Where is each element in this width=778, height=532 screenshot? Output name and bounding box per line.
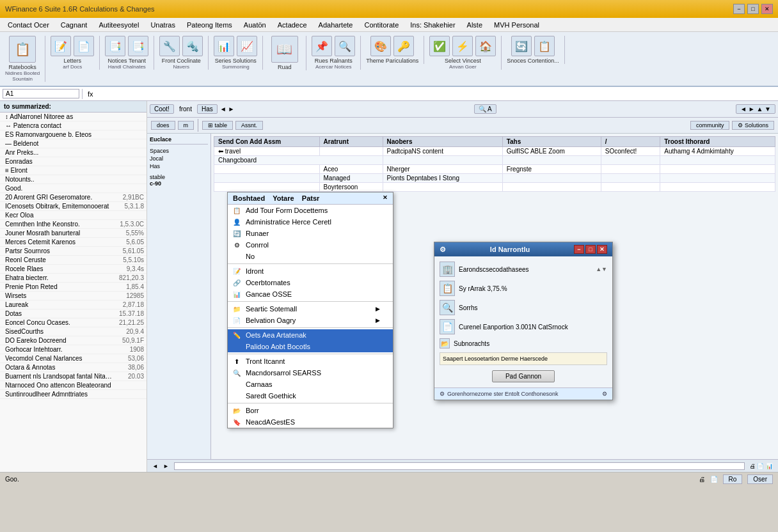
list-item[interactable]: Wirsets 12985 xyxy=(0,292,147,301)
list-item[interactable]: Ntarnoced Ono attencon Bleateorand xyxy=(0,381,147,390)
list-item[interactable]: Dotas 15.37.18 xyxy=(0,309,147,318)
doc-icon[interactable]: 📄 xyxy=(74,36,94,56)
sub-tab-does[interactable]: does xyxy=(151,121,175,130)
sub-panel-has[interactable]: Has xyxy=(150,162,208,170)
list-item[interactable]: Reonl Ceruste 5,5.10s xyxy=(0,256,147,265)
menu-alste[interactable]: Alste xyxy=(462,20,488,30)
list-item[interactable]: Good. xyxy=(0,184,147,193)
ribbon-sountain[interactable]: Sountain xyxy=(12,76,33,82)
dialog-close-btn[interactable]: ✕ xyxy=(597,245,607,254)
formula-input[interactable]: SIC a xyxy=(99,90,775,98)
dialog-maximize[interactable]: □ xyxy=(585,245,596,254)
list-item[interactable]: Merces Cetemit Karenos 5,6.05 xyxy=(0,238,147,247)
sec-btn-coot[interactable]: Coot! xyxy=(150,104,174,114)
list-item[interactable]: Octara & Annotas 38,06 xyxy=(0,363,147,372)
ribbon-summoning[interactable]: Summoning xyxy=(222,64,250,70)
table-row[interactable]: Changcboard xyxy=(214,156,775,165)
menu-contitorate[interactable]: Contitorate xyxy=(359,20,404,30)
list-item[interactable]: Jouner Mosrath banurteral 5,55% xyxy=(0,229,147,238)
list-item[interactable]: ↕ AdNarronel Nitoree as xyxy=(0,113,147,121)
ruad-icon[interactable]: 📖 xyxy=(271,36,298,63)
status-btn-oser[interactable]: Oser xyxy=(747,474,773,484)
ribbon-arf-docs[interactable]: arf Docs xyxy=(63,64,82,70)
list-item[interactable]: Kecr Oloa xyxy=(0,211,147,220)
list-item[interactable]: Cemnthen Inthe Keonstro. 1,5.3.0C xyxy=(0,220,147,229)
cm-item-seartic[interactable]: 📁 Seartic Sotemall ▶ xyxy=(228,303,393,315)
menu-adahartete[interactable]: Adahartete xyxy=(314,20,358,30)
table-row[interactable]: Aceo Nherger Fregnste xyxy=(214,165,775,174)
table-row[interactable]: ⬅ travel PadtcipaNS content GulfISC ABLE… xyxy=(214,147,775,156)
list-item[interactable]: — Beldenot xyxy=(0,139,147,148)
cm-item-runaer[interactable]: 🔄 Runaer xyxy=(228,228,393,239)
menu-mvh-personal[interactable]: MVH Personal xyxy=(489,20,544,30)
list-item[interactable]: Ehatra biecterr. 821,20.3 xyxy=(0,274,147,283)
dialog-footer-settings-icon[interactable]: ⚙ xyxy=(602,391,607,397)
menu-autiteesyotel[interactable]: Autiteesyotel xyxy=(93,20,144,30)
list-item[interactable]: Laureak 2,87.18 xyxy=(0,301,147,309)
cm-item-conrrol[interactable]: ⚙ Conrrol xyxy=(228,239,393,251)
cm-item-tront[interactable]: ⬆ Tront Itcannt xyxy=(228,356,393,367)
status-btn-ro[interactable]: Ro xyxy=(723,474,743,484)
cm-item-carnaas[interactable]: Carnaas xyxy=(228,379,393,390)
front-icon[interactable]: 🔧 xyxy=(159,36,180,56)
cm-item-belvation[interactable]: 📄 Belvation Oagry ▶ xyxy=(228,315,393,326)
list-item[interactable]: Vecomdol Cenal Narlances 53,06 xyxy=(0,354,147,363)
sub-btn-table[interactable]: ⊞ table xyxy=(202,121,233,130)
table-row[interactable]: Boyrtersoon xyxy=(214,183,775,192)
sub-panel-spaces[interactable]: Spaces xyxy=(150,147,208,155)
sub-tab-m[interactable]: m xyxy=(178,121,194,130)
list-item[interactable]: Suntinroudlheer Admnttriates xyxy=(0,390,147,399)
nav-arrow-right[interactable]: ► xyxy=(163,463,169,469)
list-item[interactable]: Anr Preks... xyxy=(0,148,147,157)
menu-cagnant[interactable]: Cagnant xyxy=(56,20,93,30)
list-item[interactable]: SisedCourths 20,9.4 xyxy=(0,327,147,336)
dialog-minimize[interactable]: − xyxy=(574,245,584,254)
list-item[interactable]: ↔ Patencra contact xyxy=(0,121,147,130)
cm-item-neacd[interactable]: 🔖 NeacdAGestES xyxy=(228,416,393,428)
series2-icon[interactable]: 📈 xyxy=(237,36,257,56)
vincest-icon[interactable]: ⚡ xyxy=(452,36,473,56)
cm-item-ocerbtornates[interactable]: 🔗 Ocerbtornates xyxy=(228,277,393,288)
cm-close-indicator[interactable]: ✕ xyxy=(383,194,388,201)
maximize-button[interactable]: □ xyxy=(747,4,759,14)
list-item[interactable]: Notounts.. xyxy=(0,175,147,184)
scroll-track[interactable] xyxy=(174,462,745,470)
notices-icon[interactable]: 📑 xyxy=(105,36,125,56)
cm-item-borr[interactable]: 📂 Borr xyxy=(228,405,393,416)
letters-icon[interactable]: 📝 xyxy=(51,36,71,56)
anvan-icon[interactable]: 🏠 xyxy=(475,36,496,56)
menu-pateong[interactable]: Pateong Items xyxy=(182,20,237,30)
list-item[interactable]: Eoncel Concu Ocases. 21,21.25 xyxy=(0,318,147,327)
sub-btn-community[interactable]: community xyxy=(690,121,730,130)
cm-item-palidoo[interactable]: Palidoo Aobt Bocotls xyxy=(228,341,393,352)
series-icon[interactable]: 📊 xyxy=(214,36,234,56)
list-item[interactable]: ES Ramonvargouene b. Eteos xyxy=(0,130,147,139)
table-row[interactable]: Managed Pionts Depntabes I Stong xyxy=(214,174,775,183)
tactite-icon[interactable]: 🔑 xyxy=(393,36,414,56)
sub-btn-solutions[interactable]: ⚙ Solutions xyxy=(732,121,774,130)
sec-btn-has[interactable]: Has xyxy=(197,104,218,114)
rues-icon[interactable]: 📌 xyxy=(312,36,332,56)
cell-reference-box[interactable] xyxy=(3,89,79,98)
dialog-scrollbar-1[interactable]: ▲▼ xyxy=(596,266,607,272)
cm-item-no[interactable]: No xyxy=(228,251,393,262)
ratebooks-icon[interactable]: 📋 xyxy=(9,36,36,63)
ribbon-nidines[interactable]: Nidines Booted xyxy=(5,70,40,76)
list-item[interactable]: Prenie Pton Reted 1,85.4 xyxy=(0,283,147,292)
cm-item-oets-aea[interactable]: ✏️ Oets Aea Artatenak xyxy=(228,329,393,341)
list-item[interactable]: Gorhocar Intehtoarr. 1908 xyxy=(0,345,147,354)
theme-icon[interactable]: 🎨 xyxy=(370,36,391,56)
sub-btn-assnt[interactable]: Assnt. xyxy=(235,121,263,130)
close-button[interactable]: ✕ xyxy=(761,4,773,14)
menu-ins-shakehier[interactable]: Ins: Shakehier xyxy=(405,20,460,30)
list-item[interactable]: Eonradas xyxy=(0,157,147,166)
minimize-button[interactable]: − xyxy=(733,4,745,14)
cm-item-macndors[interactable]: 🔍 Macndorsarrol SEARSS xyxy=(228,367,393,379)
list-item[interactable]: ≡ Elront xyxy=(0,166,147,175)
list-item[interactable]: Rocele Rlaes 9,3.4s xyxy=(0,265,147,274)
cm-item-gancae[interactable]: 📊 Gancae OSSE xyxy=(228,288,393,300)
nav-arrow-left[interactable]: ◄ xyxy=(152,463,158,469)
snoces-icon[interactable]: 🔄 xyxy=(511,36,532,56)
menu-contact-ocer[interactable]: Contact Ocer xyxy=(3,20,54,30)
ribbon-navers[interactable]: Navers xyxy=(173,64,189,70)
